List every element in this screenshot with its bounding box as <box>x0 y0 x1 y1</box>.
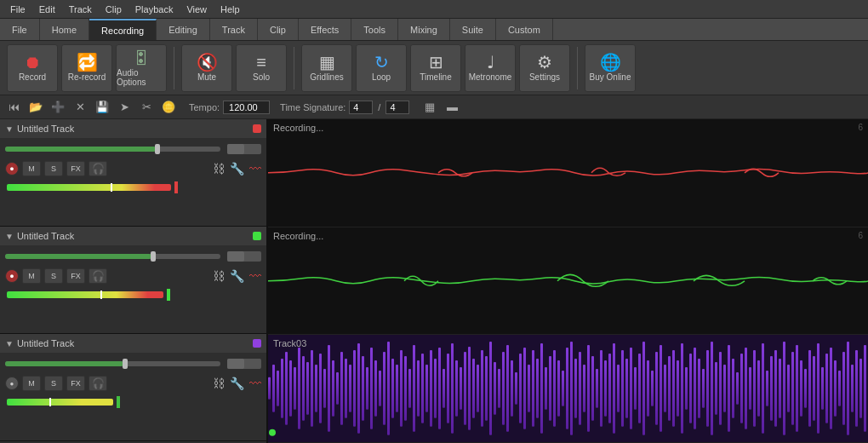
rewind-icon[interactable]: ⏮ <box>5 99 22 116</box>
waveform-track-2[interactable]: Recording... 6 <box>268 227 868 336</box>
gridlines-button[interactable]: ▦ Gridlines <box>301 44 352 92</box>
add-icon[interactable]: ➕ <box>49 99 66 116</box>
track-1-mute-button[interactable]: M <box>22 161 41 176</box>
tab-clip[interactable]: Clip <box>258 19 299 40</box>
track-1-wave-icon[interactable]: 〰 <box>249 162 261 175</box>
svg-rect-124 <box>796 345 798 432</box>
scissors-icon[interactable]: ✂ <box>138 99 155 116</box>
save-icon[interactable]: 💾 <box>94 99 111 116</box>
svg-rect-2 <box>277 371 279 406</box>
track-2-volume-slider[interactable] <box>5 254 220 259</box>
mute-button[interactable]: 🔇 Mute <box>181 44 232 92</box>
waveform-3-svg <box>268 335 868 442</box>
menu-help[interactable]: Help <box>214 3 247 16</box>
buy-online-button[interactable]: 🌐 Buy Online <box>585 44 636 92</box>
arrow-icon[interactable]: ➤ <box>116 99 133 116</box>
tab-tools[interactable]: Tools <box>351 19 398 40</box>
tab-suite[interactable]: Suite <box>450 19 496 40</box>
time-sig-numerator[interactable] <box>349 101 373 114</box>
audio-options-button[interactable]: 🎛 Audio Options <box>116 44 167 92</box>
waveform-track-3[interactable]: Track03 <box>268 335 868 443</box>
tab-mixing[interactable]: Mixing <box>398 19 450 40</box>
track-2-fx-button[interactable]: FX <box>66 268 85 284</box>
track-1-chain-icon[interactable]: ⛓ <box>213 162 225 175</box>
rerecord-button[interactable]: 🔁 Re-record <box>61 44 112 92</box>
svg-rect-133 <box>834 360 837 417</box>
timeline-button[interactable]: ⊞ Timeline <box>410 44 461 92</box>
track-1-volume-slider[interactable] <box>5 147 220 152</box>
track-3-wave-icon[interactable]: 〰 <box>249 377 261 390</box>
track-1-chevron-icon[interactable]: ▼ <box>5 124 14 134</box>
menu-file[interactable]: File <box>3 3 32 16</box>
grid-view-icon[interactable]: ▦ <box>421 99 438 116</box>
track-2-headphone-icon[interactable]: 🎧 <box>89 268 107 284</box>
open-icon[interactable]: 📂 <box>27 99 44 116</box>
menu-clip[interactable]: Clip <box>99 3 128 16</box>
waveform-track-1[interactable]: Recording... 6 <box>268 119 868 227</box>
menu-view[interactable]: View <box>180 3 214 16</box>
svg-rect-20 <box>353 350 356 427</box>
svg-rect-57 <box>511 360 513 417</box>
track-2-mute-button[interactable]: M <box>22 268 41 284</box>
coin-icon[interactable]: 🪙 <box>160 99 177 116</box>
menu-track[interactable]: Track <box>62 3 99 16</box>
loop-button[interactable]: ↻ Loop <box>356 44 407 92</box>
tab-track[interactable]: Track <box>210 19 258 40</box>
track-3-wrench-icon[interactable]: 🔧 <box>230 377 244 390</box>
track-3-headphone-icon[interactable]: 🎧 <box>89 376 107 391</box>
track-2-chevron-icon[interactable]: ▼ <box>5 232 14 241</box>
track-1-solo-button[interactable]: S <box>44 161 63 176</box>
svg-rect-60 <box>523 348 526 429</box>
tab-recording[interactable]: Recording <box>89 19 157 40</box>
svg-rect-137 <box>851 365 854 412</box>
settings-button[interactable]: ⚙ Settings <box>519 44 570 92</box>
track-1-extra-icons: ⛓ 🔧 〰 <box>213 162 261 175</box>
tab-effects[interactable]: Effects <box>299 19 351 40</box>
svg-rect-9 <box>306 362 309 415</box>
svg-rect-7 <box>298 348 300 429</box>
track-3-solo-button[interactable]: S <box>44 376 63 391</box>
tempo-input[interactable] <box>223 101 270 114</box>
svg-rect-61 <box>528 365 530 412</box>
svg-rect-120 <box>779 359 781 418</box>
track-1-headphone-icon[interactable]: 🎧 <box>89 161 107 176</box>
track-3-rec-button[interactable]: ● <box>5 377 19 390</box>
track-2-pan-slider[interactable] <box>227 251 261 262</box>
palette-icon[interactable]: ▬ <box>443 99 460 116</box>
track-3-chevron-icon[interactable]: ▼ <box>5 339 14 348</box>
track-3-header: ▼ Untitled Track <box>0 334 266 353</box>
track-3-fx-button[interactable]: FX <box>66 376 85 391</box>
svg-rect-38 <box>430 350 432 427</box>
track-3-mute-button[interactable]: M <box>22 376 41 391</box>
tab-custom[interactable]: Custom <box>496 19 553 40</box>
metronome-button[interactable]: ♩ Metronome <box>465 44 516 92</box>
tab-editing[interactable]: Editing <box>157 19 210 40</box>
track-3-volume-slider[interactable] <box>5 361 220 366</box>
close-icon[interactable]: ✕ <box>71 99 89 116</box>
track-2-wave-icon[interactable]: 〰 <box>249 269 261 283</box>
menu-playback[interactable]: Playback <box>128 3 180 16</box>
svg-rect-67 <box>553 350 556 427</box>
track-3-pan-slider[interactable] <box>227 359 261 369</box>
track-2-wrench-icon[interactable]: 🔧 <box>230 269 244 283</box>
track-1-pan-slider[interactable] <box>227 144 261 154</box>
track-1-rec-button[interactable]: ● <box>5 162 19 175</box>
tab-home[interactable]: Home <box>40 19 89 40</box>
menu-edit[interactable]: Edit <box>32 3 62 16</box>
track-1-wrench-icon[interactable]: 🔧 <box>230 162 244 175</box>
track-1-fx-button[interactable]: FX <box>66 161 85 176</box>
track-3-chain-icon[interactable]: ⛓ <box>213 377 225 390</box>
track-2-rec-button[interactable]: ● <box>5 269 19 283</box>
solo-button[interactable]: ≡ Solo <box>236 44 287 92</box>
svg-rect-88 <box>642 342 645 435</box>
track-2-solo-button[interactable]: S <box>44 268 63 284</box>
svg-rect-56 <box>506 345 509 432</box>
tab-file[interactable]: File <box>0 19 40 40</box>
svg-rect-64 <box>540 343 543 434</box>
time-sig-denominator[interactable] <box>385 101 409 114</box>
svg-rect-71 <box>570 342 573 435</box>
record-button[interactable]: ⏺ Record <box>7 44 58 92</box>
track-2-chain-icon[interactable]: ⛓ <box>213 269 225 283</box>
track-1-header: ▼ Untitled Track <box>0 119 266 138</box>
svg-rect-126 <box>804 369 807 408</box>
